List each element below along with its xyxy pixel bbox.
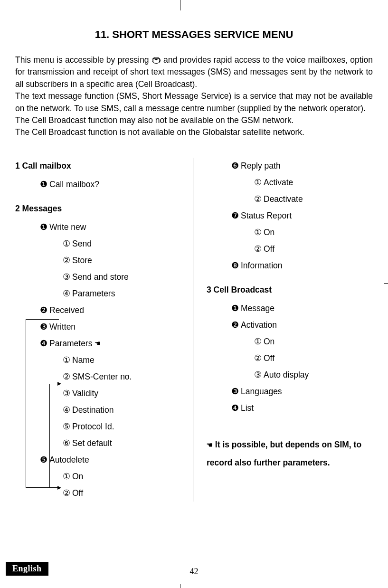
menu-item: ❹List bbox=[207, 400, 373, 417]
bullet-icon: ② bbox=[63, 252, 72, 269]
crop-mark-top bbox=[180, 0, 180, 10]
item-label: Status Report bbox=[241, 211, 292, 220]
menu-columns: 1 Call mailbox ❶Call mailbox? 2 Messages… bbox=[15, 158, 373, 502]
item-label: On bbox=[72, 472, 83, 481]
menu-item: ④Parameters bbox=[15, 285, 181, 302]
item-label: Parameters bbox=[72, 289, 115, 298]
bullet-icon: ❸ bbox=[231, 383, 241, 400]
bullet-icon: ② bbox=[63, 485, 72, 502]
item-label: Set default bbox=[72, 438, 112, 448]
bullet-icon: ❷ bbox=[40, 302, 49, 319]
bullet-icon: ⑤ bbox=[63, 418, 72, 435]
item-label: Reply path bbox=[241, 161, 281, 171]
menu-item: ❸Languages bbox=[207, 383, 373, 400]
bullet-icon: ④ bbox=[63, 402, 72, 418]
item-label: On bbox=[264, 228, 274, 237]
bullet-icon: ② bbox=[254, 241, 264, 257]
item-label: On bbox=[264, 337, 274, 346]
menu-item: ③Send and store bbox=[15, 269, 181, 285]
bullet-icon: ① bbox=[63, 236, 72, 252]
item-label: Languages bbox=[241, 387, 282, 396]
hand-icon: ☛ bbox=[95, 336, 101, 351]
bullet-icon: ② bbox=[254, 350, 264, 367]
intro-block: This menu is accessible by pressing and … bbox=[15, 54, 373, 139]
bullet-icon: ❹ bbox=[231, 400, 241, 417]
menu-item: ❶Call mailbox? bbox=[15, 176, 181, 193]
bullet-icon: ① bbox=[63, 468, 72, 485]
item-label: Received bbox=[49, 305, 84, 315]
item-label: Send and store bbox=[72, 272, 129, 282]
item-label: Validity bbox=[72, 389, 98, 398]
item-label: Message bbox=[241, 303, 274, 313]
bullet-icon: ③ bbox=[63, 385, 72, 402]
intro-paragraph-2: The text message function (SMS, Short Me… bbox=[15, 90, 373, 114]
menu-item: ❶Write new bbox=[15, 219, 181, 236]
bullet-icon: ① bbox=[254, 224, 264, 241]
language-tab: English bbox=[6, 562, 48, 576]
item-label: Destination bbox=[72, 405, 114, 415]
bullet-icon: ❼ bbox=[231, 208, 241, 224]
item-label: Deactivate bbox=[264, 194, 303, 204]
arrow-icon bbox=[57, 486, 61, 490]
connector-line bbox=[49, 384, 50, 488]
bullet-icon: ③ bbox=[254, 367, 264, 383]
bullet-icon: ⑥ bbox=[63, 435, 72, 452]
menu-item: ❽Information bbox=[207, 257, 373, 274]
intro-p1a: This menu is accessible by pressing bbox=[15, 55, 151, 65]
bullet-icon: ❶ bbox=[40, 219, 49, 236]
bullet-icon: ③ bbox=[63, 269, 72, 285]
menu-item: ①On bbox=[207, 224, 373, 241]
page-title: 11. SHORT MESSAGES SERVICE MENU bbox=[15, 28, 373, 41]
item-label: Activation bbox=[241, 320, 277, 330]
bullet-icon: ② bbox=[63, 369, 72, 385]
item-label: List bbox=[241, 403, 254, 413]
menu-item: ❶Message bbox=[207, 300, 373, 317]
menu-item: ②Deactivate bbox=[207, 191, 373, 208]
item-label: Auto display bbox=[264, 370, 309, 379]
bullet-icon: ① bbox=[254, 174, 264, 191]
item-label: Off bbox=[264, 353, 274, 363]
menu-item: ①On bbox=[207, 333, 373, 350]
intro-paragraph-1: This menu is accessible by pressing and … bbox=[15, 54, 373, 90]
crop-mark-bottom bbox=[180, 584, 180, 588]
footnote-text: It is possible, but depends on SIM, to r… bbox=[207, 440, 361, 468]
menu-item: ❷Activation bbox=[207, 317, 373, 333]
arrow-icon bbox=[57, 382, 61, 386]
bullet-icon: ❽ bbox=[231, 257, 241, 274]
page-content: 11. SHORT MESSAGES SERVICE MENU This men… bbox=[0, 0, 388, 502]
bullet-icon: ❻ bbox=[231, 158, 241, 174]
connector-line bbox=[26, 319, 59, 488]
menu-item: ❷Received bbox=[15, 302, 181, 319]
right-column: ❻Reply path ①Activate ②Deactivate ❼Statu… bbox=[193, 158, 373, 502]
page-number: 42 bbox=[190, 567, 199, 577]
bullet-icon: ❷ bbox=[231, 317, 241, 333]
section-2-head: 2 Messages bbox=[15, 200, 181, 217]
section-3-head: 3 Cell Broadcast bbox=[207, 282, 373, 298]
item-label: Protocol Id. bbox=[72, 422, 114, 431]
left-column: 1 Call mailbox ❶Call mailbox? 2 Messages… bbox=[15, 158, 193, 502]
menu-item: ①Activate bbox=[207, 174, 373, 191]
crop-mark-right bbox=[384, 283, 388, 284]
item-label: Write new bbox=[49, 222, 86, 232]
menu-item: ①Send bbox=[15, 236, 181, 252]
footnote: ☛ It is possible, but depends on SIM, to… bbox=[207, 436, 373, 472]
bullet-icon: ① bbox=[254, 333, 264, 350]
menu-item: ②Off bbox=[207, 350, 373, 367]
item-label: Off bbox=[264, 244, 274, 254]
item-label: SMS-Center no. bbox=[72, 372, 132, 381]
bullet-icon: ④ bbox=[63, 285, 72, 302]
intro-paragraph-3: The Cell Broadcast function may also not… bbox=[15, 114, 373, 126]
item-label: Call mailbox? bbox=[49, 180, 99, 189]
item-label: Name bbox=[72, 355, 95, 365]
envelope-icon bbox=[152, 57, 161, 64]
bullet-icon: ❶ bbox=[231, 300, 241, 317]
bullet-icon: ❶ bbox=[40, 176, 49, 193]
item-label: Activate bbox=[264, 178, 293, 187]
item-label: Information bbox=[241, 261, 283, 270]
item-label: Send bbox=[72, 239, 92, 248]
menu-item: ②Store bbox=[15, 252, 181, 269]
menu-item: ②Off bbox=[207, 241, 373, 257]
menu-item: ③Auto display bbox=[207, 367, 373, 383]
intro-paragraph-4: The Cell Broadcast function is not avail… bbox=[15, 126, 373, 138]
section-1-head: 1 Call mailbox bbox=[15, 158, 181, 174]
